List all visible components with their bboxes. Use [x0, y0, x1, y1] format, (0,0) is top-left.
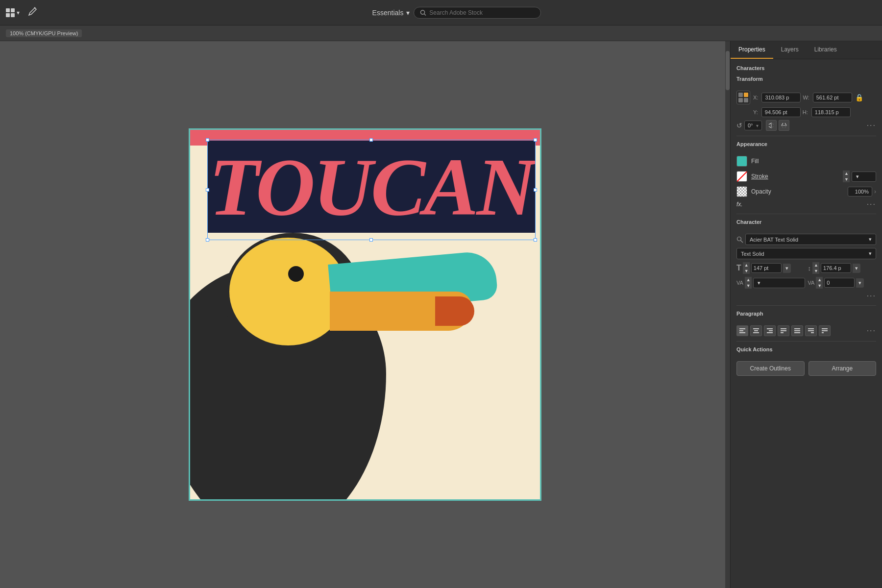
stroke-stepper[interactable]: ▲ ▼: [843, 171, 850, 182]
line-height-stepper[interactable]: ▲ ▼: [812, 262, 819, 274]
font-size-stepper[interactable]: ▲ ▼: [743, 262, 750, 274]
top-bar-center: Essentials ▾: [37, 7, 876, 19]
align-justify-btn[interactable]: [778, 325, 789, 336]
stroke-label[interactable]: Stroke: [751, 173, 839, 180]
create-outlines-button[interactable]: Create Outlines: [736, 361, 805, 376]
line-height-arrow[interactable]: ▾: [853, 264, 860, 273]
pen-tool-icon[interactable]: [27, 7, 37, 18]
align-justify-icon: [780, 327, 787, 334]
kerning-stepper[interactable]: ▲ ▼: [745, 277, 752, 289]
essentials-button[interactable]: Essentials ▾: [372, 9, 410, 17]
opacity-row: Opacity ›: [736, 186, 876, 197]
kerning-dropdown[interactable]: ▾: [753, 278, 805, 288]
svg-rect-10: [753, 332, 759, 333]
line-height-down[interactable]: ▼: [812, 268, 819, 274]
stroke-controls: ▲ ▼ ▾: [843, 171, 876, 182]
align-left-btn[interactable]: [736, 325, 748, 336]
vertical-scrollbar[interactable]: [725, 41, 730, 588]
stroke-dropdown[interactable]: ▾: [852, 172, 876, 182]
stroke-slash: [737, 172, 747, 182]
align-right-btn[interactable]: [764, 325, 776, 336]
bird-area: [190, 233, 540, 499]
tab-libraries[interactable]: Libraries: [807, 41, 845, 59]
x-input[interactable]: [761, 93, 801, 102]
h-input-group: H:: [803, 107, 851, 117]
align-right-icon: [766, 327, 773, 334]
tracking-arrow[interactable]: ▾: [856, 278, 864, 288]
font-size-down[interactable]: ▼: [743, 268, 750, 274]
font-size-up[interactable]: ▲: [743, 262, 750, 268]
char-more-btn[interactable]: ···: [867, 292, 876, 300]
flip-v-icon: [781, 122, 787, 129]
canvas-area[interactable]: TOUCAN: [0, 41, 730, 588]
y-input[interactable]: [761, 107, 801, 117]
opacity-input[interactable]: [848, 187, 872, 196]
font-style-dropdown[interactable]: Text Solid ▾: [736, 248, 876, 259]
search-stock-bar[interactable]: [414, 7, 541, 19]
transform-more-btn[interactable]: ···: [867, 121, 876, 130]
scrollbar-thumb[interactable]: [726, 51, 730, 90]
align-center-btn[interactable]: [750, 325, 762, 336]
tab-properties[interactable]: Properties: [731, 41, 773, 59]
flip-horizontal-btn[interactable]: [766, 120, 777, 131]
angle-chevron: ▾: [756, 123, 759, 128]
stroke-up[interactable]: ▲: [843, 171, 850, 176]
fill-swatch[interactable]: [736, 156, 747, 167]
tracking-down[interactable]: ▼: [816, 283, 823, 289]
appearance-more-btn[interactable]: ···: [867, 200, 876, 209]
fx-button[interactable]: fx.: [736, 201, 743, 208]
font-size-input[interactable]: [751, 263, 782, 273]
font-family-dropdown[interactable]: Acier BAT Text Solid ▾: [745, 234, 876, 245]
lock-proportions-icon[interactable]: 🔒: [855, 94, 863, 101]
stroke-down[interactable]: ▼: [843, 176, 850, 182]
tracking-up[interactable]: ▲: [816, 277, 823, 283]
svg-rect-24: [822, 330, 828, 331]
essentials-chevron: ▾: [406, 9, 410, 17]
transform-reference-icon[interactable]: [736, 91, 750, 104]
line-height-input[interactable]: [821, 263, 851, 273]
flip-vertical-btn[interactable]: [779, 120, 789, 131]
artboard: TOUCAN: [189, 128, 541, 501]
tracking-stepper[interactable]: ▲ ▼: [816, 277, 823, 289]
arrange-button[interactable]: Arrange: [808, 361, 877, 376]
opacity-swatch[interactable]: [736, 186, 747, 197]
tracking-input[interactable]: [824, 278, 855, 288]
main-content: TOUCAN: [0, 41, 882, 588]
quick-actions-header: Quick Actions: [736, 346, 876, 357]
divider-1: [736, 136, 876, 136]
kerning-group: VA ▲ ▼ ▾: [736, 277, 805, 289]
fill-label: Fill: [751, 158, 876, 165]
flip-h-icon: [768, 122, 775, 129]
h-input[interactable]: [811, 107, 851, 117]
search-stock-input[interactable]: [429, 9, 535, 16]
appearance-title: Appearance: [736, 141, 767, 147]
stroke-chevron: ▾: [856, 173, 859, 180]
essentials-label: Essentials: [372, 9, 404, 17]
tab-layers[interactable]: Layers: [773, 41, 807, 59]
opacity-chevron[interactable]: ›: [874, 188, 876, 195]
font-family-name: Acier BAT Text Solid: [750, 237, 798, 243]
align-justify-all-btn[interactable]: [791, 325, 803, 336]
stroke-swatch[interactable]: [736, 171, 747, 182]
character-title: Character: [736, 219, 761, 225]
font-style-name: Text Solid: [741, 251, 764, 257]
font-family-row: Acier BAT Text Solid ▾: [736, 234, 876, 245]
paragraph-more-btn[interactable]: ···: [867, 326, 876, 335]
svg-rect-16: [781, 332, 784, 333]
align-right-justify-btn[interactable]: [805, 325, 817, 336]
align-center-icon: [753, 327, 760, 334]
line-height-up[interactable]: ▲: [812, 262, 819, 268]
angle-dropdown[interactable]: 0° ▾: [744, 121, 762, 130]
fx-row: fx. ···: [736, 200, 876, 209]
font-size-arrow[interactable]: ▾: [783, 264, 791, 273]
kerning-up[interactable]: ▲: [745, 277, 752, 283]
svg-rect-20: [808, 328, 814, 329]
angle-row: ↺ 0° ▾: [736, 120, 876, 131]
w-input[interactable]: [813, 93, 852, 102]
fill-row: Fill: [736, 156, 876, 167]
w-input-group: W:: [803, 93, 852, 102]
align-force-btn[interactable]: [819, 325, 831, 336]
kerning-down[interactable]: ▼: [745, 283, 752, 289]
y-label: Y:: [753, 109, 760, 115]
workspace-switcher[interactable]: ▾: [6, 8, 20, 17]
